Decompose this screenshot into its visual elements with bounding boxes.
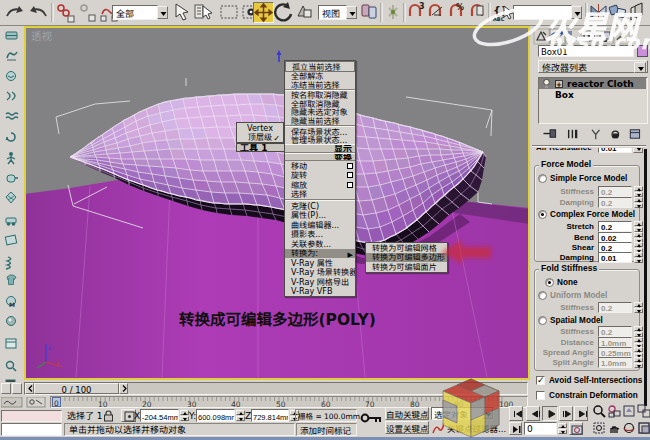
fold-stiffness-s-field[interactable]: 0.2: [598, 326, 632, 337]
quad-item[interactable]: 克隆(C): [285, 201, 355, 211]
none-radio[interactable]: [545, 278, 554, 287]
quad-item[interactable]: 转换为:▶: [285, 249, 355, 259]
slider-icon-left[interactable]: [1, 383, 11, 394]
coord-x-spinner[interactable]: [180, 410, 189, 421]
macro-recorder-field[interactable]: [1, 410, 62, 422]
viewport-perspective[interactable]: zx 透视 转换成可编辑多边形(POLY): [24, 26, 530, 380]
select-move-button[interactable]: [253, 2, 274, 23]
fold-split-angle-field[interactable]: 1.0mm: [598, 357, 632, 368]
panel-scroll-indicator[interactable]: [644, 149, 647, 406]
quad-header-tool[interactable]: 工具 1: [236, 143, 284, 152]
fm-stretch-field[interactable]: 0.2: [598, 221, 632, 232]
rect-selection-icon[interactable]: [221, 6, 237, 18]
coord-y-field[interactable]: 600.098mm: [196, 409, 235, 422]
prev-frame-button[interactable]: [526, 406, 540, 421]
play-button[interactable]: [542, 406, 558, 421]
quad-item[interactable]: 隐藏当前选择: [285, 117, 355, 126]
quad-item[interactable]: V-Ray 网格导出: [285, 277, 355, 287]
select-object-icon[interactable]: [176, 4, 188, 20]
pan-button[interactable]: [607, 421, 622, 437]
air-resistance-field[interactable]: 0.01: [598, 148, 632, 153]
uniform-model-radio[interactable]: [538, 291, 547, 300]
slider-icon-right[interactable]: [12, 383, 22, 394]
fm-damping2-spinner[interactable]: [634, 252, 643, 263]
quad-item[interactable]: 孤立当前选择: [286, 62, 354, 71]
viewport-label[interactable]: 透视: [31, 31, 52, 42]
remove-modifier-button[interactable]: [612, 131, 619, 138]
fm-stretch-spinner[interactable]: [634, 221, 643, 232]
quad-item[interactable]: Vertex: [237, 123, 283, 133]
spatial-model-radio[interactable]: [538, 316, 547, 325]
constrain-deformation-checkbox[interactable]: [536, 391, 545, 400]
trackbar-left-icons[interactable]: [1, 397, 49, 408]
quad-item[interactable]: 按名称取消隐藏: [285, 91, 355, 100]
light-bulb-icon[interactable]: [542, 78, 551, 89]
avoid-self-intersections-checkbox[interactable]: [536, 376, 545, 385]
quad-item[interactable]: 选择: [285, 190, 355, 200]
expand-icon[interactable]: +: [555, 80, 563, 88]
quad-item[interactable]: 隐藏未选定对象: [285, 108, 355, 117]
select-by-name-icon[interactable]: [195, 5, 212, 19]
fold-split-angle-spinner[interactable]: [634, 357, 643, 368]
quad-item[interactable]: 顶层级✓: [237, 133, 283, 143]
time-slider-handle[interactable]: 0 / 100: [34, 383, 119, 394]
quad-item[interactable]: 移动: [285, 161, 355, 171]
pin-stack-button[interactable]: [543, 130, 555, 137]
modifier-list-dropdown[interactable]: 修改器列表: [538, 60, 648, 73]
quad-item[interactable]: V-Ray 属性: [285, 258, 355, 268]
quad-item[interactable]: 摄影表...: [285, 230, 355, 240]
fold-stiffness-s-spinner[interactable]: [634, 326, 643, 337]
fm-damping-spinner[interactable]: [634, 197, 643, 208]
quad-item[interactable]: 旋转: [285, 171, 355, 181]
manipulate-icon[interactable]: [389, 5, 397, 19]
key-mode-button[interactable]: [509, 422, 522, 435]
coord-z-field[interactable]: 729.814mm: [251, 409, 289, 422]
ref-coord-arrow[interactable]: [346, 6, 357, 19]
fm-damping-field[interactable]: 0.2: [598, 197, 632, 208]
selection-filter-dropdown[interactable]: 全部: [112, 5, 158, 20]
fold-stiffness-u-field[interactable]: 0.2: [598, 302, 632, 313]
zoom-button[interactable]: [592, 404, 607, 420]
quad-header-transform[interactable]: 变换: [285, 153, 355, 162]
select-rotate-icon[interactable]: [275, 2, 291, 20]
quad-item[interactable]: 关联参数...: [285, 239, 355, 249]
complex-force-model-radio[interactable]: [538, 210, 547, 219]
ref-coord-dropdown[interactable]: 视图: [318, 5, 347, 20]
go-end-button[interactable]: [574, 406, 588, 421]
auto-key-button[interactable]: 自动关键点: [385, 407, 429, 420]
quad-item[interactable]: V-Ray 场景转换器: [285, 268, 355, 278]
select-scale-icon[interactable]: [298, 6, 311, 17]
frame-spinner[interactable]: [558, 423, 567, 434]
quad-header-display[interactable]: 显示: [285, 144, 355, 153]
air-resistance-arrow[interactable]: [633, 148, 643, 153]
quad-item[interactable]: 管理场景状态...: [285, 136, 355, 145]
time-slider-next[interactable]: [119, 383, 128, 394]
coord-y-spinner[interactable]: [236, 410, 245, 421]
modifier-list-arrow[interactable]: [634, 62, 646, 73]
quad-item[interactable]: 全部解冻: [285, 72, 355, 81]
frame-indicator[interactable]: 0: [52, 397, 61, 407]
go-start-button[interactable]: [509, 406, 523, 421]
quad-item[interactable]: 保存场景状态...: [285, 127, 355, 136]
fm-stiffness-spinner[interactable]: [634, 186, 643, 197]
stack-row-box[interactable]: Box: [539, 89, 646, 100]
simple-force-model-radio[interactable]: [538, 174, 547, 183]
quad-item[interactable]: 全部取消隐藏: [285, 99, 355, 108]
quad-item[interactable]: 缩放: [285, 180, 355, 190]
set-key-button[interactable]: 设置关键点: [385, 421, 429, 434]
quad-item[interactable]: 冻结当前选择: [285, 80, 355, 89]
zoom-all-button[interactable]: [607, 404, 622, 420]
unlink-icon[interactable]: [81, 5, 95, 21]
orbit-button[interactable]: [622, 421, 637, 437]
time-config-button[interactable]: [569, 422, 583, 435]
configure-modifier-sets-button[interactable]: [630, 130, 639, 138]
selection-lock-button[interactable]: [102, 410, 115, 422]
make-unique-button[interactable]: [592, 130, 599, 139]
time-slider-prev[interactable]: [25, 383, 34, 394]
fm-stiffness-field[interactable]: 0.2: [598, 186, 632, 197]
set-keys-button[interactable]: [359, 411, 383, 426]
time-tag-panel[interactable]: 添加时间标记: [296, 423, 357, 436]
quad-item[interactable]: 属性(P)...: [285, 211, 355, 221]
selection-filter-arrow[interactable]: [157, 6, 168, 19]
frame-number-field[interactable]: 0: [524, 422, 557, 435]
